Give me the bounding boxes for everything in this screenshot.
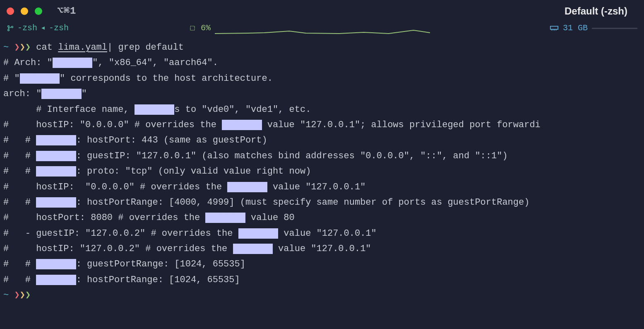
output-line: arch: "default" — [3, 86, 641, 102]
output-line: # Interface name, defaults to "vde0", "v… — [3, 102, 641, 117]
output-line: # hostIP: "127.0.0.2" # overrides the de… — [3, 241, 641, 256]
output-line: # "default" corresponds to the host arch… — [3, 71, 641, 86]
grep-match-highlight: default — [227, 182, 267, 192]
output-line: # hostIP: "0.0.0.0" # overrides the defa… — [3, 117, 641, 133]
command-filename: lima.yaml — [58, 42, 107, 53]
cpu-percent: 6% — [201, 21, 211, 35]
svg-rect-4 — [550, 26, 558, 29]
window-title: Default (-zsh) — [565, 3, 627, 20]
output-line: # # default: hostPortRange: [1024, 65535… — [3, 272, 641, 288]
output-line: # hostIP: "0.0.0.0" # overrides the defa… — [3, 179, 641, 195]
grep-match-highlight: default — [41, 89, 81, 99]
prompt-line-empty: ~ ❯❯❯ — [3, 288, 641, 303]
ram-status: 31 GB — [550, 21, 637, 35]
grep-match-highlight: default — [36, 197, 76, 208]
shell-separator: ◂ — [41, 21, 46, 35]
ram-icon — [550, 25, 559, 31]
svg-rect-3 — [190, 26, 195, 30]
tab-shortcut-label: ⌥⌘1 — [57, 3, 76, 20]
zoom-window-button[interactable] — [35, 7, 42, 15]
svg-point-0 — [8, 26, 10, 27]
output-line: # # default: guestIP: "127.0.0.1" (also … — [3, 148, 641, 164]
output-line: # # default: hostPortRange: [4000, 4999]… — [3, 195, 641, 210]
grep-match-highlight: default — [135, 104, 174, 115]
prompt-chevron-icon: ❯ — [25, 290, 31, 300]
traffic-lights — [7, 7, 42, 15]
minimize-window-button[interactable] — [21, 7, 28, 15]
grep-match-highlight: default — [36, 166, 76, 177]
svg-point-2 — [12, 26, 13, 28]
cpu-sparkline — [215, 25, 430, 31]
grep-match-highlight: default — [238, 228, 278, 239]
prompt-chevron-icon: ❯ — [20, 42, 25, 53]
ram-amount: 31 GB — [563, 21, 588, 35]
command-line: ~ ❯❯❯ cat lima.yaml| grep default — [3, 40, 641, 55]
svg-point-1 — [8, 29, 10, 31]
grep-match-highlight: default — [36, 135, 76, 145]
command-text: cat lima.yaml| grep default — [36, 42, 183, 53]
window-titlebar: ⌥⌘1 Default (-zsh) — [0, 0, 644, 21]
grep-match-highlight: default — [36, 259, 76, 269]
prompt-chevron-icon: ❯ — [20, 290, 25, 300]
grep-match-highlight: default — [205, 213, 245, 223]
prompt-cwd: ~ — [3, 42, 14, 53]
grep-match-highlight: default — [20, 73, 60, 84]
status-bar: -zsh ◂ -zsh 6% 31 GB — [0, 21, 644, 36]
output-line: # # default: proto: "tcp" (only valid va… — [3, 164, 641, 179]
branch-icon — [7, 24, 14, 32]
prompt-chevron-icon: ❯ — [14, 42, 19, 53]
output-line: # # default: guestPortRange: [1024, 6553… — [3, 256, 641, 272]
grep-match-highlight: default — [36, 275, 76, 285]
terminal-pane[interactable]: ~ ❯❯❯ cat lima.yaml| grep default# Arch:… — [0, 36, 644, 303]
output-line: # hostPort: 8080 # overrides the default… — [3, 210, 641, 225]
grep-match-highlight: default — [36, 151, 76, 161]
output-line: # - guestIP: "127.0.0.2" # overrides the… — [3, 226, 641, 241]
cpu-icon — [188, 24, 197, 32]
shell-left-label: -zsh — [17, 21, 37, 35]
cpu-status: 6% — [188, 21, 430, 35]
ram-bar — [592, 28, 637, 29]
prompt-cwd: ~ — [3, 290, 14, 300]
shell-right-label: -zsh — [49, 21, 69, 35]
prompt-chevron-icon: ❯ — [25, 42, 31, 53]
output-line: # # default: hostPort: 443 (same as gues… — [3, 133, 641, 148]
prompt-chevron-icon: ❯ — [14, 290, 19, 300]
grep-match-highlight: default — [53, 58, 92, 68]
output-line: # Arch: "default", "x86_64", "aarch64". — [3, 55, 641, 70]
shell-status: -zsh ◂ -zsh — [7, 21, 69, 35]
close-window-button[interactable] — [7, 7, 14, 15]
grep-match-highlight: default — [233, 244, 273, 254]
grep-match-highlight: default — [222, 120, 262, 130]
